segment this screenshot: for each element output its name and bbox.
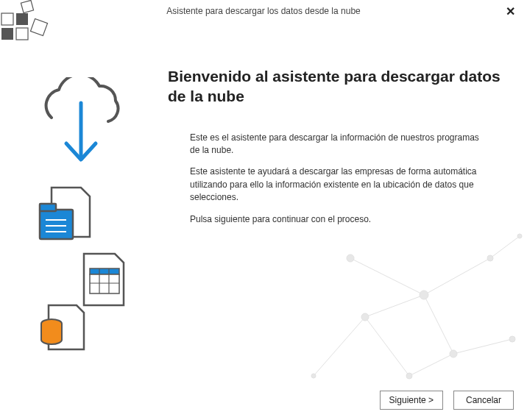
svg-line-21 (424, 295, 453, 354)
svg-line-18 (314, 317, 365, 376)
svg-rect-8 (40, 204, 56, 211)
svg-rect-4 (30, 18, 47, 35)
svg-point-35 (311, 374, 316, 378)
cancel-button[interactable]: Cancelar (453, 391, 514, 410)
wizard-title: Asistente para descargar los datos desde… (0, 6, 527, 16)
intro-paragraph-2: Este asistente te ayudará a descargar la… (168, 165, 505, 204)
svg-point-32 (347, 255, 354, 262)
page-heading: Bienvenido al asistente para descargar d… (168, 66, 505, 107)
svg-rect-7 (40, 210, 73, 239)
svg-line-25 (409, 354, 453, 376)
svg-line-22 (365, 317, 409, 376)
svg-line-23 (490, 236, 520, 258)
svg-point-28 (420, 291, 428, 299)
svg-point-30 (450, 350, 457, 357)
background-network-graphic (306, 229, 527, 391)
wizard-illustration (22, 77, 155, 360)
svg-line-26 (350, 258, 424, 295)
svg-point-33 (509, 336, 515, 342)
svg-line-19 (365, 295, 424, 317)
next-button[interactable]: Siguiente > (380, 391, 443, 410)
svg-rect-12 (90, 268, 119, 274)
svg-point-29 (487, 255, 493, 261)
intro-paragraph-1: Este es el asistente para descargar la i… (168, 132, 505, 157)
svg-point-34 (517, 234, 522, 238)
svg-line-24 (453, 339, 512, 354)
svg-rect-3 (16, 28, 28, 40)
intro-paragraph-3: Pulsa siguiente para continuar con el pr… (168, 213, 505, 226)
svg-point-31 (406, 373, 412, 379)
svg-rect-13 (90, 274, 119, 293)
svg-line-20 (424, 258, 490, 295)
close-button[interactable]: ✕ (501, 3, 520, 20)
svg-point-27 (361, 313, 369, 321)
svg-rect-1 (1, 28, 13, 40)
